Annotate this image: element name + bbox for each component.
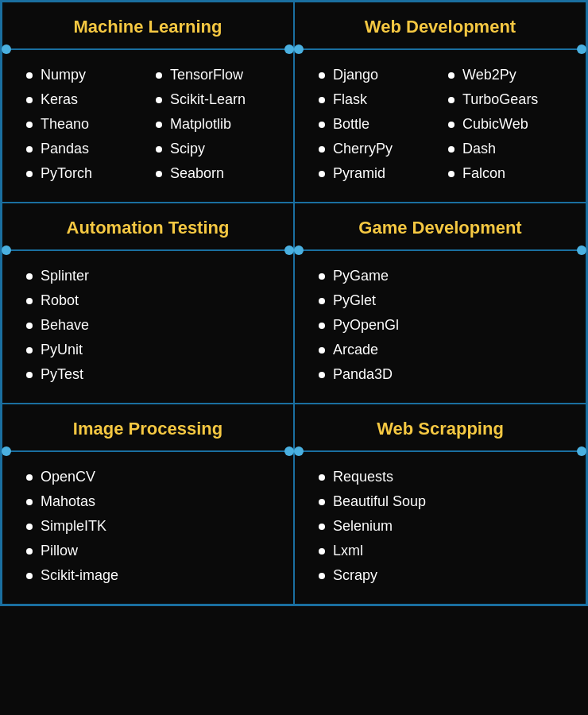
bullet-icon — [448, 97, 455, 103]
list-item: Seaborn — [156, 161, 277, 186]
main-grid: Machine Learning Numpy Keras Theano Pand… — [0, 0, 588, 606]
bullet-icon — [319, 72, 325, 79]
list-item: PyOpenGl — [319, 313, 570, 338]
bullet-icon — [319, 499, 325, 505]
list-item: Pyramid — [319, 161, 440, 186]
list-item: CubicWeb — [448, 112, 570, 137]
bullet-icon — [26, 146, 33, 153]
wd-col2-list: Web2Py TurboGears CubicWeb Dash Falcon — [448, 63, 570, 186]
list-item: Scikit-Learn — [156, 87, 277, 112]
ml-col1-list: Numpy Keras Theano Pandas PyTorch — [26, 63, 148, 186]
bullet-icon — [26, 273, 33, 280]
list-item: Scikit-image — [26, 563, 277, 588]
game-development-cell: Game Development PyGame PyGlet PyOpenGl … — [294, 203, 586, 404]
list-item: Matplotlib — [156, 112, 277, 137]
list-item: Dash — [448, 137, 570, 161]
list-item: Behave — [26, 313, 277, 338]
bullet-icon — [448, 72, 455, 79]
at-list: Splinter Robot Behave PyUnit PyTest — [26, 264, 277, 387]
list-item: PyTest — [26, 362, 277, 387]
list-item: Falcon — [448, 161, 570, 186]
list-item: PyTorch — [26, 161, 148, 186]
ml-divider — [2, 48, 293, 50]
bullet-icon — [26, 72, 33, 79]
list-item: Lxml — [319, 539, 570, 563]
list-item: Django — [319, 63, 440, 87]
bullet-icon — [448, 171, 455, 177]
bullet-icon — [26, 171, 33, 177]
machine-learning-title: Machine Learning — [2, 2, 293, 48]
bullet-icon — [26, 97, 33, 103]
list-item: Splinter — [26, 264, 277, 288]
bullet-icon — [26, 573, 33, 579]
bullet-icon — [26, 122, 33, 128]
ws-list: Requests Beautiful Soup Selenium Lxml Sc… — [319, 465, 570, 588]
bullet-icon — [319, 323, 325, 329]
at-divider — [2, 249, 293, 251]
bullet-icon — [26, 474, 33, 481]
image-processing-title: Image Processing — [2, 404, 293, 450]
list-item: Pillow — [26, 539, 277, 563]
list-item: Pandas — [26, 137, 148, 161]
list-item: Web2Py — [448, 63, 570, 87]
list-item: Flask — [319, 87, 440, 112]
bullet-icon — [156, 122, 162, 128]
bullet-icon — [448, 146, 455, 153]
at-items: Splinter Robot Behave PyUnit PyTest — [2, 251, 293, 403]
bullet-icon — [26, 548, 33, 555]
bullet-icon — [319, 273, 325, 280]
web-development-title: Web Development — [295, 2, 586, 48]
bullet-icon — [319, 347, 325, 354]
bullet-icon — [319, 372, 325, 378]
automation-testing-cell: Automation Testing Splinter Robot Behave… — [2, 203, 294, 404]
bullet-icon — [156, 97, 162, 103]
bullet-icon — [319, 146, 325, 153]
list-item: PyGame — [319, 264, 570, 288]
list-item: Scrapy — [319, 563, 570, 588]
ip-list: OpenCV Mahotas SimpleITK Pillow Scikit-i… — [26, 465, 277, 588]
image-processing-cell: Image Processing OpenCV Mahotas SimpleIT… — [2, 404, 294, 605]
bullet-icon — [156, 72, 162, 79]
bullet-icon — [26, 372, 33, 378]
bullet-icon — [319, 298, 325, 304]
machine-learning-cell: Machine Learning Numpy Keras Theano Pand… — [2, 2, 294, 203]
list-item: Keras — [26, 87, 148, 112]
bullet-icon — [319, 573, 325, 579]
list-item: Scipy — [156, 137, 277, 161]
gd-items: PyGame PyGlet PyOpenGl Arcade Panda3D — [295, 251, 586, 403]
web-scrapping-cell: Web Scrapping Requests Beautiful Soup Se… — [294, 404, 586, 605]
bullet-icon — [26, 524, 33, 530]
list-item: Theano — [26, 112, 148, 137]
list-item: SimpleITK — [26, 514, 277, 539]
list-item: TurboGears — [448, 87, 570, 112]
list-item: Arcade — [319, 338, 570, 362]
bullet-icon — [319, 524, 325, 530]
ws-items: Requests Beautiful Soup Selenium Lxml Sc… — [295, 452, 586, 604]
list-item: Bottle — [319, 112, 440, 137]
bullet-icon — [156, 171, 162, 177]
list-item: CherryPy — [319, 137, 440, 161]
list-item: PyUnit — [26, 338, 277, 362]
list-item: Mahotas — [26, 489, 277, 514]
bullet-icon — [26, 347, 33, 354]
list-item: Selenium — [319, 514, 570, 539]
bullet-icon — [26, 323, 33, 329]
game-development-title: Game Development — [295, 203, 586, 249]
list-item: Numpy — [26, 63, 148, 87]
bullet-icon — [319, 474, 325, 481]
list-item: Beautiful Soup — [319, 489, 570, 514]
bullet-icon — [319, 97, 325, 103]
wd-divider — [295, 48, 586, 50]
list-item: Robot — [26, 288, 277, 313]
web-development-cell: Web Development Django Flask Bottle Cher… — [294, 2, 586, 203]
bullet-icon — [319, 122, 325, 128]
list-item: OpenCV — [26, 465, 277, 489]
wd-col1-list: Django Flask Bottle CherryPy Pyramid — [319, 63, 440, 186]
bullet-icon — [448, 122, 455, 128]
bullet-icon — [26, 499, 33, 505]
gd-list: PyGame PyGlet PyOpenGl Arcade Panda3D — [319, 264, 570, 387]
bullet-icon — [319, 548, 325, 555]
bullet-icon — [156, 146, 162, 153]
ip-divider — [2, 450, 293, 452]
ws-divider — [295, 450, 586, 452]
